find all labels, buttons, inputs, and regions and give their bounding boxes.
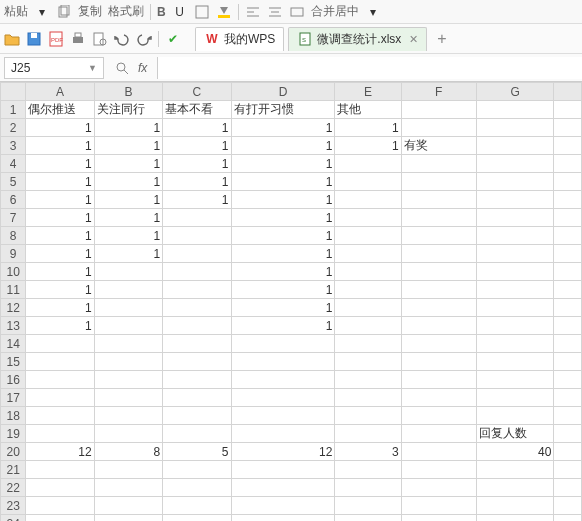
paste-dropdown-icon[interactable]: ▾	[34, 4, 50, 20]
cell[interactable]: 1	[231, 155, 335, 173]
cell[interactable]: 3	[335, 443, 401, 461]
cell[interactable]	[401, 389, 476, 407]
cell[interactable]	[476, 461, 553, 479]
row-header[interactable]: 8	[1, 227, 26, 245]
chevron-down-icon[interactable]: ▼	[88, 63, 97, 73]
spreadsheet-grid[interactable]: A B C D E F G 1偶尔推送关注同行基本不看有打开习惯其他211111…	[0, 82, 582, 521]
align-center-icon[interactable]	[267, 4, 283, 20]
cell[interactable]	[401, 101, 476, 119]
cell[interactable]: 1	[163, 191, 231, 209]
column-header[interactable]: E	[335, 83, 401, 101]
cell[interactable]	[476, 515, 553, 522]
row-header[interactable]: 15	[1, 353, 26, 371]
cell[interactable]	[163, 299, 231, 317]
cell[interactable]	[401, 281, 476, 299]
merge-cells-icon[interactable]	[289, 4, 305, 20]
cell[interactable]	[554, 119, 582, 137]
cell[interactable]	[401, 443, 476, 461]
row-header[interactable]: 5	[1, 173, 26, 191]
cell[interactable]	[554, 263, 582, 281]
zoom-icon[interactable]	[114, 60, 130, 76]
row-header[interactable]: 18	[1, 407, 26, 425]
cell[interactable]	[401, 173, 476, 191]
cell[interactable]	[401, 479, 476, 497]
column-header[interactable]: A	[26, 83, 94, 101]
cell[interactable]: 1	[94, 209, 162, 227]
cell[interactable]	[231, 335, 335, 353]
column-header[interactable]: C	[163, 83, 231, 101]
cell[interactable]	[163, 227, 231, 245]
cell[interactable]	[335, 479, 401, 497]
cell[interactable]	[163, 263, 231, 281]
cell[interactable]	[554, 209, 582, 227]
cell[interactable]	[554, 227, 582, 245]
print-preview-icon[interactable]	[92, 31, 108, 47]
column-header[interactable]: B	[94, 83, 162, 101]
cell[interactable]	[554, 317, 582, 335]
cell[interactable]	[554, 173, 582, 191]
select-all-corner[interactable]	[1, 83, 26, 101]
cell[interactable]	[335, 389, 401, 407]
cell[interactable]	[554, 137, 582, 155]
cell[interactable]	[401, 119, 476, 137]
dropdown-icon[interactable]: ▾	[365, 4, 381, 20]
cell[interactable]	[335, 407, 401, 425]
cell[interactable]	[554, 299, 582, 317]
cell[interactable]	[554, 101, 582, 119]
row-header[interactable]: 21	[1, 461, 26, 479]
column-header[interactable]	[554, 83, 582, 101]
cell[interactable]: 1	[26, 173, 94, 191]
cell[interactable]	[163, 389, 231, 407]
cell[interactable]: 12	[26, 443, 94, 461]
cell[interactable]	[401, 155, 476, 173]
row-header[interactable]: 23	[1, 497, 26, 515]
row-header[interactable]: 2	[1, 119, 26, 137]
cell[interactable]: 有奖	[401, 137, 476, 155]
cell[interactable]: 1	[26, 263, 94, 281]
cell[interactable]: 1	[163, 173, 231, 191]
cell[interactable]	[554, 497, 582, 515]
cell[interactable]	[476, 389, 553, 407]
cell[interactable]	[94, 389, 162, 407]
cell[interactable]	[163, 479, 231, 497]
cell[interactable]	[335, 461, 401, 479]
cell[interactable]	[476, 119, 553, 137]
cell[interactable]: 1	[231, 317, 335, 335]
cell[interactable]	[554, 461, 582, 479]
merge-center-button[interactable]: 合并居中	[311, 3, 359, 20]
cell[interactable]	[401, 317, 476, 335]
cell[interactable]	[26, 389, 94, 407]
cell[interactable]	[94, 461, 162, 479]
cell[interactable]: 1	[26, 317, 94, 335]
cell[interactable]	[335, 425, 401, 443]
cell[interactable]	[94, 371, 162, 389]
cell[interactable]: 1	[231, 281, 335, 299]
cell[interactable]: 有打开习惯	[231, 101, 335, 119]
cell[interactable]	[163, 335, 231, 353]
row-header[interactable]: 16	[1, 371, 26, 389]
cell[interactable]	[476, 479, 553, 497]
cell[interactable]: 1	[231, 227, 335, 245]
cell[interactable]: 1	[335, 137, 401, 155]
new-tab-button[interactable]: +	[431, 30, 452, 48]
cell[interactable]	[554, 443, 582, 461]
cell[interactable]: 1	[231, 137, 335, 155]
cell[interactable]	[335, 245, 401, 263]
cell[interactable]	[231, 461, 335, 479]
cell[interactable]	[335, 209, 401, 227]
cell[interactable]: 1	[94, 119, 162, 137]
cell[interactable]	[94, 263, 162, 281]
cell[interactable]: 1	[26, 227, 94, 245]
cell[interactable]	[26, 407, 94, 425]
cell[interactable]	[554, 281, 582, 299]
cell[interactable]	[163, 497, 231, 515]
cell[interactable]	[163, 371, 231, 389]
column-header[interactable]: F	[401, 83, 476, 101]
cell[interactable]	[554, 425, 582, 443]
cell[interactable]	[94, 317, 162, 335]
copy-icon[interactable]	[56, 4, 72, 20]
format-painter-button[interactable]: 格式刷	[108, 3, 144, 20]
cell[interactable]	[554, 515, 582, 522]
cell[interactable]	[401, 263, 476, 281]
cell[interactable]	[476, 281, 553, 299]
